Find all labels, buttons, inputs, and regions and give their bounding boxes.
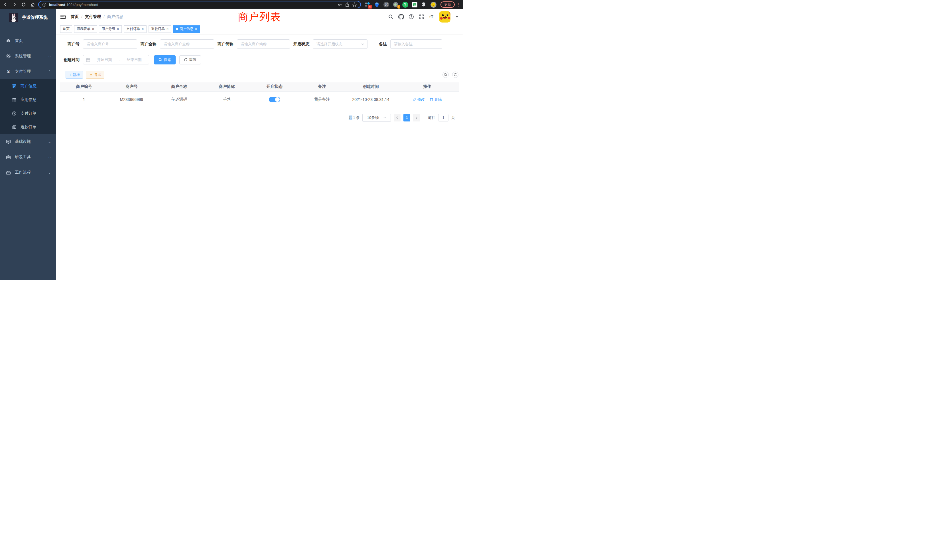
site-info-icon[interactable] [42, 3, 47, 7]
browser-update-button[interactable]: 更新 [440, 2, 455, 8]
page-size-select[interactable]: 10条/页 [362, 114, 391, 122]
extensions-puzzle-icon[interactable] [421, 2, 427, 8]
extension-gem-icon[interactable] [374, 2, 380, 8]
filter-status: 开启状态 请选择开启状态 [290, 39, 368, 49]
close-icon[interactable]: × [92, 27, 94, 31]
tag-home[interactable]: 首页 [60, 26, 72, 33]
help-icon[interactable] [409, 14, 414, 20]
tag-merchant-info-active[interactable]: 商户信息× [173, 26, 200, 33]
browser-toolbar: localhost:1024/pay/merchant 10 ⌘ 1 Y [0, 0, 463, 9]
add-button[interactable]: + 新增 [65, 71, 83, 79]
sidebar-item-merchant-info[interactable]: 商户信息 [0, 79, 56, 93]
dashboard-icon [6, 38, 11, 43]
toggle-search-icon[interactable] [442, 71, 449, 78]
sidebar-item-pay[interactable]: ¥ 支付管理 ⌃ [0, 64, 56, 79]
short-name-input[interactable] [237, 39, 290, 49]
browser-menu-icon[interactable] [457, 2, 461, 7]
back-icon[interactable] [2, 2, 9, 8]
header-search-icon[interactable] [388, 14, 394, 20]
col-status: 开启状态 [251, 82, 298, 91]
extension-grid-icon[interactable]: 10 [365, 2, 371, 8]
github-icon[interactable] [398, 14, 404, 20]
breadcrumb-separator: / [81, 15, 82, 19]
search-button[interactable]: 搜索 [154, 55, 176, 64]
prev-page-button[interactable] [394, 114, 401, 121]
page-content: 商户号 商户全称 商户简称 开启状态 请选择开启状态 [56, 34, 463, 280]
profile-avatar-icon[interactable] [430, 2, 436, 8]
tag-pay-order[interactable]: 支付订单× [124, 26, 147, 33]
close-icon[interactable]: × [166, 27, 169, 31]
gear-icon [6, 54, 11, 59]
extension-badge: 10 [368, 5, 372, 9]
address-bar[interactable]: localhost:1024/pay/merchant [38, 1, 361, 8]
sidebar-item-label: 支付管理 [15, 69, 31, 74]
tag-user-group[interactable]: 用户分组× [99, 26, 122, 33]
sidebar-item-infrastructure[interactable]: 基础设施 ⌄ [0, 134, 56, 150]
status-toggle[interactable] [269, 97, 280, 102]
navbar-actions: TT [388, 11, 458, 23]
home-icon[interactable] [30, 2, 36, 8]
sidebar-fold-icon[interactable] [61, 14, 66, 20]
page-number-1[interactable]: 1 [403, 114, 410, 121]
filter-label: 创建时间 [60, 57, 80, 62]
font-size-icon[interactable]: TT [429, 15, 433, 19]
bookmark-star-icon[interactable] [352, 2, 357, 7]
sidebar: 芋道管理系统 首页 系统管理 ⌄ ¥ 支付管理 ⌃ [0, 9, 56, 280]
full-name-input[interactable] [160, 39, 214, 49]
sidebar-item-label: 工作流程 [15, 170, 31, 175]
search-icon [159, 58, 162, 62]
tag-process-form[interactable]: 流程表单× [74, 26, 97, 33]
col-merchant-no: 商户号 [108, 82, 155, 91]
chevron-down-icon: ⌄ [48, 54, 51, 58]
breadcrumb-pay[interactable]: 支付管理 [85, 14, 101, 20]
app-window: 芋道管理系统 首页 系统管理 ⌄ ¥ 支付管理 ⌃ [0, 9, 463, 280]
edit-link[interactable]: 修改 [413, 97, 425, 102]
next-page-button[interactable] [413, 114, 420, 121]
goto-page-input[interactable] [438, 114, 448, 121]
reset-button[interactable]: 重置 [179, 55, 201, 64]
edit-pencil-icon [413, 97, 416, 101]
merchant-no-input[interactable] [83, 39, 137, 49]
date-range-input[interactable]: 开始日期 - 结束日期 [83, 55, 149, 64]
close-icon[interactable]: × [117, 27, 119, 31]
reload-icon[interactable] [21, 2, 27, 8]
sidebar-item-app-info[interactable]: 应用信息 [0, 93, 56, 107]
password-key-icon[interactable] [337, 2, 342, 7]
extension-command-icon[interactable]: ⌘ [383, 2, 389, 8]
breadcrumb-home[interactable]: 首页 [71, 14, 79, 20]
chevron-down-icon: ⌄ [48, 140, 51, 144]
sidebar-item-pay-order[interactable]: 支付订单 [0, 107, 56, 120]
sidebar-logo[interactable]: 芋道管理系统 [0, 9, 56, 26]
remark-input[interactable] [390, 39, 442, 49]
documents-icon [11, 125, 17, 129]
tag-refund-order[interactable]: 退款订单× [148, 26, 171, 33]
refresh-table-icon[interactable] [452, 71, 458, 78]
cell-status [251, 91, 298, 108]
fullscreen-icon[interactable] [419, 14, 425, 20]
url-text[interactable]: localhost:1024/pay/merchant [49, 3, 335, 7]
filter-merchant-no: 商户号 [60, 39, 137, 49]
avatar-caret-icon[interactable] [455, 16, 458, 18]
filter-row-2: 创建时间 开始日期 - 结束日期 搜索 重置 [60, 55, 459, 64]
sidebar-item-refund-order[interactable]: 退款订单 [0, 120, 56, 134]
delete-link[interactable]: 删除 [430, 97, 442, 102]
forward-icon[interactable] [11, 2, 18, 8]
yen-icon: ¥ [6, 69, 11, 74]
sidebar-item-label: 基础设施 [15, 139, 31, 144]
export-button[interactable]: 导出 [86, 71, 104, 79]
extension-recorder-icon[interactable]: 1 [393, 2, 399, 8]
user-avatar[interactable] [439, 11, 451, 23]
sidebar-item-workflow[interactable]: 工作流程 ⌄ [0, 165, 56, 180]
sidebar-item-devtools[interactable]: 研发工具 ⌄ [0, 150, 56, 165]
close-icon[interactable]: × [141, 27, 144, 31]
extension-y-icon[interactable]: Y [402, 2, 408, 8]
cell-short-name: 芋艿 [203, 91, 251, 108]
extension-chat-icon[interactable] [412, 2, 418, 8]
extension-strip: 10 ⌘ 1 Y [365, 2, 436, 8]
close-icon[interactable]: × [195, 27, 197, 31]
col-actions: 操作 [396, 82, 459, 91]
status-select[interactable]: 请选择开启状态 [313, 39, 368, 49]
sidebar-item-system[interactable]: 系统管理 ⌄ [0, 48, 56, 64]
share-icon[interactable] [345, 2, 350, 7]
sidebar-item-home[interactable]: 首页 [0, 33, 56, 48]
